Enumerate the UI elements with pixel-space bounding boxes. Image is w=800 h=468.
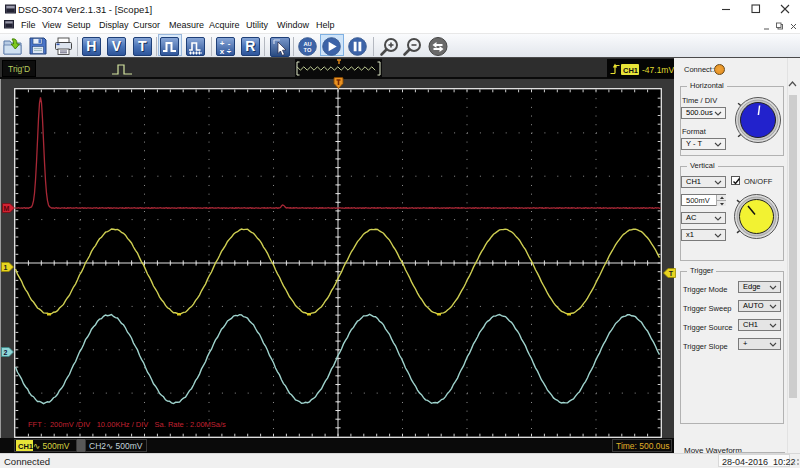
svg-text:AU: AU bbox=[303, 41, 311, 47]
svg-text:H: H bbox=[86, 38, 96, 54]
svg-text:2: 2 bbox=[4, 349, 8, 356]
svg-text:x: x bbox=[220, 47, 225, 56]
svg-text:T: T bbox=[669, 270, 674, 277]
svg-text:TO: TO bbox=[304, 47, 312, 53]
svg-text:÷: ÷ bbox=[227, 47, 232, 56]
svg-text:1: 1 bbox=[4, 264, 8, 271]
svg-text:M: M bbox=[4, 205, 10, 212]
svg-text:T: T bbox=[138, 38, 147, 54]
svg-text:R: R bbox=[245, 38, 255, 54]
svg-text:V: V bbox=[112, 38, 122, 54]
